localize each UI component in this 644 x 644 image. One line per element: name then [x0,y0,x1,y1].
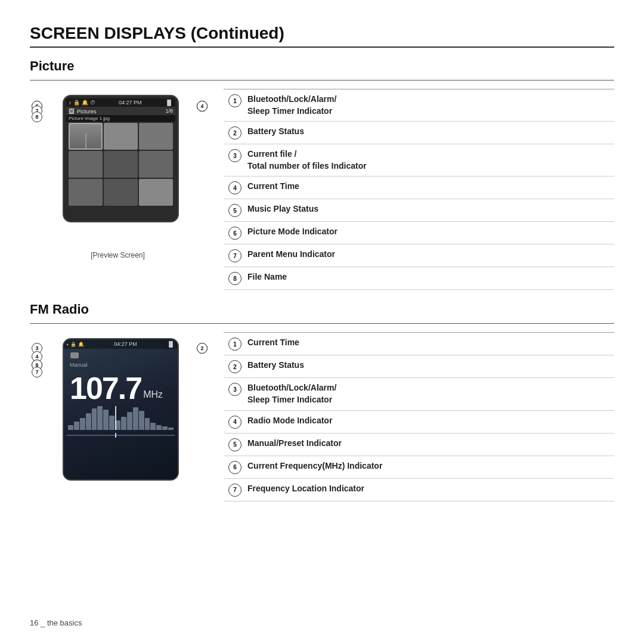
picture-num-4: 4 [228,181,242,194]
picture-indicator-table: 1 Bluetooth/Lock/Alarm/Sleep Timer Indic… [224,89,614,290]
thumb-6 [139,151,173,178]
thumb-2 [104,123,138,150]
fm-location-marker [115,433,116,438]
picture-indicator-7: 7 Parent Menu Indicator [224,244,614,267]
picture-mode-icon: 🖼 [69,108,75,114]
fm-num-6: 6 [228,461,242,474]
timer-icon: ⏱ [90,100,95,106]
fm-bar-1 [68,425,73,430]
fm-text-4: Radio Mode Indicator [247,415,332,427]
picture-indicator-1: 1 Bluetooth/Lock/Alarm/Sleep Timer Indic… [224,89,614,122]
picture-num-3: 3 [228,149,242,162]
fm-indicator-2: 2 Battery Status [224,355,614,378]
picture-title-bar: 🖼 Pictures 1/8 [66,107,175,115]
fm-top-bar: ▪ 🔒 🔔 04:27 PM ▐▌ [64,339,178,349]
thumb-7 [69,179,103,206]
fm-text-5: Manual/Preset Indicator [247,438,342,450]
picture-indicator-8: 8 File Name [224,267,614,290]
fm-indicator-4: 4 Radio Mode Indicator [224,411,614,434]
picture-text-5: Music Play Status [247,203,318,215]
picture-device-area: 5 6 7 8 1 2 3 4 [30,89,206,259]
fm-indicator-3: 3 Bluetooth/Lock/Alarm/Sleep Timer Indic… [224,378,614,410]
picture-callout-8: 8 [32,112,42,122]
picture-section-header: Picture [30,58,614,74]
fm-bar-14 [145,418,150,430]
picture-screen: ♪ 🔒 🔔 ⏱ 04:27 PM ▐▌ [64,96,178,221]
picture-top-bar: ♪ 🔒 🔔 ⏱ 04:27 PM ▐▌ [66,98,175,107]
picture-indicator-6: 6 Picture Mode Indicator [224,222,614,244]
fm-lock-icon: 🔒 [70,342,76,347]
picture-indicator-4: 4 Current Time [224,177,614,199]
fm-num-5: 5 [228,438,242,451]
picture-filename: Picture Image 1.jpg [66,115,175,122]
fm-manual-label: Manual [64,361,178,368]
fm-device-wrapper: 3 4 5 6 7 1 2 [63,338,179,481]
picture-text-1: Bluetooth/Lock/Alarm/Sleep Timer Indicat… [247,94,336,117]
fm-spectrum-bars [67,406,175,430]
page: SCREEN DISPLAYS (Continued) Picture 5 6 … [0,0,644,644]
fm-text-1: Current Time [247,337,299,349]
picture-indicator-2: 2 Battery Status [224,122,614,144]
fm-location-bar [64,431,178,439]
fm-device-area: 3 4 5 6 7 1 2 [30,332,206,481]
thumb-3 [139,123,173,150]
fm-frequency-unit: MHz [143,389,163,404]
picture-num-8: 8 [228,272,242,285]
fm-num-4: 4 [228,416,242,429]
fm-bar-11 [127,412,132,430]
picture-indicator-5: 5 Music Play Status [224,199,614,222]
fm-bar-2 [74,422,79,430]
fm-bar-7 [103,410,109,430]
fm-bar-18 [168,428,174,430]
picture-num-7: 7 [228,249,242,262]
alarm-icon: 🔔 [82,100,88,106]
picture-battery-icon: ▐▌ [165,100,173,106]
fm-callout-7: 7 [32,367,42,377]
picture-section-content: 5 6 7 8 1 2 3 4 [30,89,614,290]
fm-bar-8 [109,416,114,430]
fm-section-header: FM Radio [30,302,614,317]
fm-bar-16 [156,425,162,430]
lock-icon: 🔒 [73,100,80,106]
picture-num-5: 5 [228,204,242,217]
picture-time: 04:27 PM [119,100,142,106]
fm-frequency-number: 107.7 [70,373,141,404]
picture-status-icons: ♪ 🔒 🔔 ⏱ [69,100,95,106]
fm-num-1: 1 [228,338,242,351]
music-icon: ♪ [69,100,72,106]
picture-grid [66,122,175,208]
fm-device-frame: ▪ 🔒 🔔 04:27 PM ▐▌ [63,338,179,481]
thumb-8 [104,179,138,206]
fm-num-7: 7 [228,484,242,497]
picture-callout-4: 4 [197,101,208,112]
fm-callout-2: 2 [197,343,208,354]
fm-bar-13 [139,411,144,430]
fm-radio-icon [70,352,79,358]
fm-text-7: Frequency Location Indicator [247,483,364,495]
fm-indicator-5: 5 Manual/Preset Indicator [224,434,614,456]
picture-num-2: 2 [228,126,242,140]
fm-frequency-display: 107.7 MHz [64,368,178,405]
thumb-4 [69,151,103,178]
thumb-5 [104,151,138,178]
thumb-1 [69,123,103,150]
fm-indicator-line [115,406,116,430]
fm-battery-icon: ▐▌ [167,341,175,347]
picture-text-3: Current file /Total number of files Indi… [247,148,367,172]
fm-num-2: 2 [228,360,242,373]
fm-screen: ▪ 🔒 🔔 04:27 PM ▐▌ [64,339,178,479]
page-title: SCREEN DISPLAYS (Continued) [30,24,614,43]
fm-num-3: 3 [228,383,242,396]
picture-indicator-3: 3 Current file /Total number of files In… [224,144,614,177]
footer: 16 _ the basics [30,618,82,627]
picture-text-4: Current Time [247,181,299,193]
fm-bar-3 [80,418,85,430]
fm-indicator-7: 7 Frequency Location Indicator [224,479,614,501]
picture-num-1: 1 [228,94,242,107]
fm-radio-mode-area [64,349,178,361]
fm-bar-17 [162,426,168,430]
fm-alarm-icon: 🔔 [78,342,84,347]
picture-file-count: 1/8 [165,108,173,114]
fm-section: FM Radio 3 4 5 6 7 1 2 [30,302,614,501]
fm-bar-15 [150,423,156,430]
